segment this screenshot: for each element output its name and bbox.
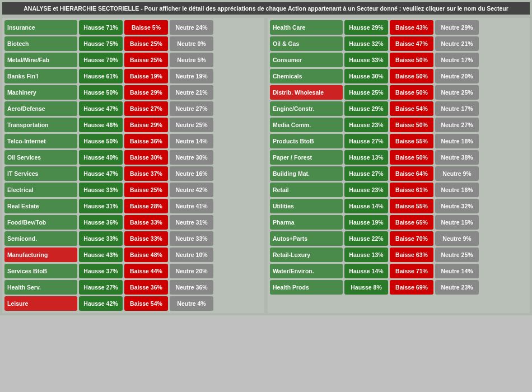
sector-row[interactable]: MachineryHausse 50%Baisse 29%Neutre 21% (4, 85, 262, 100)
sector-label[interactable]: Semicond. (4, 231, 77, 246)
sector-row[interactable]: UtilitiesHausse 14%Baisse 55%Neutre 32% (270, 199, 528, 213)
sector-row[interactable]: IT ServicesHausse 47%Baisse 37%Neutre 16… (4, 166, 262, 181)
baisse-badge: Baisse 64% (390, 166, 433, 181)
sector-label[interactable]: Autos+Parts (270, 231, 343, 246)
sector-label[interactable]: Services BtoB (4, 264, 77, 278)
sector-label[interactable]: Transportation (4, 118, 77, 132)
hausse-badge: Hausse 37% (79, 264, 123, 278)
sector-label[interactable]: Pharma (270, 215, 343, 230)
sector-row[interactable]: ConsumerHausse 33%Baisse 50%Neutre 17% (270, 53, 528, 67)
sector-row[interactable]: Paper / ForestHausse 13%Baisse 50%Neutre… (270, 150, 528, 165)
sector-label[interactable]: Water/Environ. (270, 264, 343, 278)
sector-row[interactable]: Autos+PartsHausse 22%Baisse 70%Neutre 9% (270, 231, 528, 246)
hausse-badge: Hausse 27% (79, 280, 123, 295)
sector-row[interactable]: Health Serv.Hausse 27%Baisse 36%Neutre 3… (4, 280, 262, 295)
sector-row[interactable]: Building Mat.Hausse 27%Baisse 64%Neutre … (270, 166, 528, 181)
sector-label[interactable]: Banks Fin'l (4, 69, 77, 83)
sector-label[interactable]: Oil Services (4, 150, 77, 165)
hausse-badge: Hausse 25% (344, 85, 388, 100)
sector-row[interactable]: Metal/Mine/FabHausse 70%Baisse 25%Neutre… (4, 53, 262, 67)
sector-row[interactable]: Distrib. WholesaleHausse 25%Baisse 50%Ne… (270, 85, 528, 100)
sector-label[interactable]: Metal/Mine/Fab (4, 53, 77, 67)
sector-label[interactable]: Manufacturing (4, 248, 77, 262)
header-text: ANALYSE et HIERARCHIE SECTORIELLE - Pour… (24, 5, 508, 12)
sector-row[interactable]: Food/Bev/TobHausse 36%Baisse 33%Neutre 3… (4, 215, 262, 230)
sector-row[interactable]: Products BtoBHausse 27%Baisse 55%Neutre … (270, 134, 528, 148)
sector-label[interactable]: Leisure (4, 296, 77, 311)
neutre-badge: Neutre 20% (170, 264, 213, 278)
sector-row[interactable]: Semicond.Hausse 33%Baisse 33%Neutre 33% (4, 231, 262, 246)
baisse-badge: Baisse 36% (124, 280, 168, 295)
sector-row[interactable]: Health CareHausse 29%Baisse 43%Neutre 29… (270, 20, 528, 35)
sector-row[interactable]: ChemicalsHausse 30%Baisse 50%Neutre 20% (270, 69, 528, 83)
hausse-badge: Hausse 42% (79, 296, 123, 311)
sector-label[interactable]: Machinery (4, 85, 77, 100)
sector-row[interactable]: Retail-LuxuryHausse 13%Baisse 63%Neutre … (270, 248, 528, 262)
sector-label[interactable]: Real Estate (4, 199, 77, 213)
hausse-badge: Hausse 61% (79, 69, 123, 83)
sector-label[interactable]: Insurance (4, 20, 77, 35)
hausse-badge: Hausse 43% (79, 248, 123, 262)
sector-label[interactable]: Consumer (270, 53, 343, 67)
neutre-badge: Neutre 9% (435, 166, 479, 181)
sector-row[interactable]: InsuranceHausse 71%Baisse 5%Neutre 24% (4, 20, 262, 35)
neutre-badge: Neutre 0% (170, 36, 213, 51)
sector-row[interactable]: Banks Fin'lHausse 61%Baisse 19%Neutre 19… (4, 69, 262, 83)
sector-row[interactable]: Health ProdsHausse 8%Baisse 69%Neutre 23… (270, 280, 528, 295)
neutre-badge: Neutre 16% (170, 166, 213, 181)
neutre-badge: Neutre 15% (435, 215, 479, 230)
sector-label[interactable]: Media Comm. (270, 118, 343, 132)
sector-label[interactable]: Biotech (4, 36, 77, 51)
hausse-badge: Hausse 14% (344, 264, 388, 278)
sector-row[interactable]: BiotechHausse 75%Baisse 25%Neutre 0% (4, 36, 262, 51)
sector-row[interactable]: TransportationHausse 46%Baisse 29%Neutre… (4, 118, 262, 132)
baisse-badge: Baisse 54% (124, 296, 168, 311)
neutre-badge: Neutre 5% (170, 53, 213, 67)
sector-row[interactable]: RetailHausse 23%Baisse 61%Neutre 16% (270, 183, 528, 197)
baisse-badge: Baisse 27% (124, 101, 168, 116)
hausse-badge: Hausse 33% (344, 53, 388, 67)
sector-label[interactable]: Telco-Internet (4, 134, 77, 148)
sector-label[interactable]: Electrical (4, 183, 77, 197)
sector-row[interactable]: Services BtoBHausse 37%Baisse 44%Neutre … (4, 264, 262, 278)
sector-label[interactable]: Retail (270, 183, 343, 197)
sector-row[interactable]: LeisureHausse 42%Baisse 54%Neutre 4% (4, 296, 262, 311)
sector-label[interactable]: Food/Bev/Tob (4, 215, 77, 230)
sector-label[interactable]: Health Serv. (4, 280, 77, 295)
sector-row[interactable]: Telco-InternetHausse 50%Baisse 36%Neutre… (4, 134, 262, 148)
hausse-badge: Hausse 23% (344, 183, 388, 197)
sector-row[interactable]: Aero/DefenseHausse 47%Baisse 27%Neutre 2… (4, 101, 262, 116)
sector-row[interactable]: Oil ServicesHausse 40%Baisse 30%Neutre 3… (4, 150, 262, 165)
sector-label[interactable]: Engine/Constr. (270, 101, 343, 116)
sector-label[interactable]: Chemicals (270, 69, 343, 83)
neutre-badge: Neutre 23% (435, 280, 479, 295)
sector-row[interactable]: PharmaHausse 19%Baisse 65%Neutre 15% (270, 215, 528, 230)
baisse-badge: Baisse 36% (124, 134, 168, 148)
sector-label[interactable]: Paper / Forest (270, 150, 343, 165)
sector-label[interactable]: Utilities (270, 199, 343, 213)
baisse-badge: Baisse 33% (124, 215, 168, 230)
sector-label[interactable]: Health Prods (270, 280, 343, 295)
sector-row[interactable]: Oil & GasHausse 32%Baisse 47%Neutre 21% (270, 36, 528, 51)
sector-label[interactable]: IT Services (4, 166, 77, 181)
sector-row[interactable]: ManufacturingHausse 43%Baisse 48%Neutre … (4, 248, 262, 262)
sector-label[interactable]: Health Care (270, 20, 343, 35)
sector-row[interactable]: Media Comm.Hausse 23%Baisse 50%Neutre 27… (270, 118, 528, 132)
left-panel: InsuranceHausse 71%Baisse 5%Neutre 24%Bi… (2, 18, 264, 313)
sector-row[interactable]: ElectricalHausse 33%Baisse 25%Neutre 42% (4, 183, 262, 197)
neutre-badge: Neutre 25% (170, 118, 213, 132)
hausse-badge: Hausse 27% (344, 166, 388, 181)
sector-label[interactable]: Building Mat. (270, 166, 343, 181)
neutre-badge: Neutre 42% (170, 183, 213, 197)
sector-label[interactable]: Aero/Defense (4, 101, 77, 116)
baisse-badge: Baisse 29% (124, 118, 168, 132)
neutre-badge: Neutre 24% (170, 20, 213, 35)
sector-row[interactable]: Water/Environ.Hausse 14%Baisse 71%Neutre… (270, 264, 528, 278)
sector-row[interactable]: Engine/Constr.Hausse 29%Baisse 54%Neutre… (270, 101, 528, 116)
sector-label[interactable]: Retail-Luxury (270, 248, 343, 262)
sector-label[interactable]: Oil & Gas (270, 36, 343, 51)
sector-label[interactable]: Products BtoB (270, 134, 343, 148)
sector-label[interactable]: Distrib. Wholesale (270, 85, 343, 100)
sector-row[interactable]: Real EstateHausse 31%Baisse 28%Neutre 41… (4, 199, 262, 213)
hausse-badge: Hausse 29% (344, 101, 388, 116)
